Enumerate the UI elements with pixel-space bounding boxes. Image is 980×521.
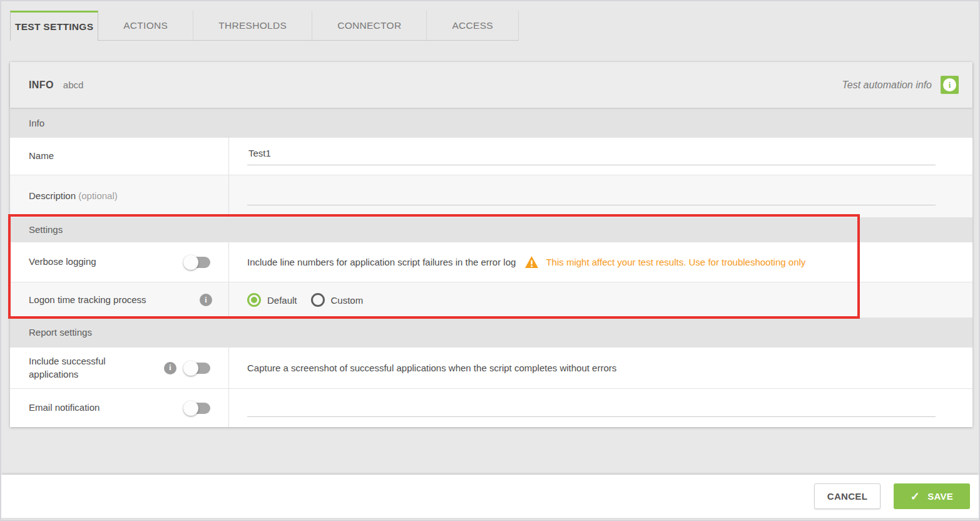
verbose-logging-warning: This might affect your test results. Use… xyxy=(546,257,805,267)
check-icon: ✓ xyxy=(911,490,920,503)
radio-default[interactable]: Default xyxy=(247,293,297,307)
verbose-logging-label: Verbose logging xyxy=(29,255,96,268)
section-heading-info: Info xyxy=(10,108,972,138)
save-button-label: SAVE xyxy=(927,491,953,502)
footer-bar: CANCEL ✓ SAVE xyxy=(1,475,979,518)
radio-custom[interactable]: Custom xyxy=(311,293,364,307)
test-automation-info-button[interactable]: i xyxy=(941,76,959,94)
test-automation-info-label: Test automation info xyxy=(842,80,932,91)
email-notification-input[interactable] xyxy=(247,400,936,417)
tab-thresholds[interactable]: THRESHOLDS xyxy=(193,11,312,40)
include-successful-description: Capture a screenshot of successful appli… xyxy=(247,363,616,373)
tab-test-settings[interactable]: TEST SETTINGS xyxy=(10,11,98,41)
include-successful-info-icon[interactable]: i xyxy=(164,362,176,374)
radio-default-label: Default xyxy=(267,295,297,306)
verbose-logging-description: Include line numbers for application scr… xyxy=(247,257,516,267)
section-heading-settings: Settings xyxy=(10,217,972,242)
test-settings-page: TEST SETTINGS ACTIONS THRESHOLDS CONNECT… xyxy=(0,0,980,521)
info-panel: INFO abcd Test automation info i Info Na… xyxy=(10,62,972,427)
include-successful-label: Include successful applications xyxy=(29,355,145,381)
tab-bar: TEST SETTINGS ACTIONS THRESHOLDS CONNECT… xyxy=(10,11,519,41)
panel-subtitle: abcd xyxy=(63,80,84,90)
tab-actions[interactable]: ACTIONS xyxy=(98,11,193,40)
logon-time-label: Logon time tracking process xyxy=(29,294,146,306)
include-successful-row: Include successful applications i Captur… xyxy=(10,347,972,388)
radio-custom-label: Custom xyxy=(331,295,364,306)
panel-title: INFO xyxy=(29,80,54,91)
description-row: Description (optional) xyxy=(10,175,972,217)
tab-access[interactable]: ACCESS xyxy=(427,11,519,40)
cancel-button[interactable]: CANCEL xyxy=(814,483,880,509)
email-notification-row: Email notification xyxy=(10,388,972,427)
name-row: Name xyxy=(10,138,972,175)
tab-connector[interactable]: CONNECTOR xyxy=(312,11,427,40)
description-label: Description (optional) xyxy=(29,190,118,202)
verbose-logging-toggle[interactable] xyxy=(183,254,212,271)
radio-custom-circle[interactable] xyxy=(311,293,325,307)
logon-time-info-icon[interactable]: i xyxy=(200,294,212,306)
name-label: Name xyxy=(29,150,54,162)
logon-time-radio-group: Default Custom xyxy=(247,293,377,307)
name-input[interactable] xyxy=(247,148,936,165)
include-successful-toggle[interactable] xyxy=(183,360,212,376)
section-heading-report: Report settings xyxy=(10,317,972,347)
info-panel-header: INFO abcd Test automation info i xyxy=(10,62,972,108)
warning-icon xyxy=(524,255,539,269)
verbose-logging-row: Verbose logging Include line numbers for… xyxy=(10,242,972,282)
email-notification-label: Email notification xyxy=(29,401,100,414)
info-icon: i xyxy=(943,78,956,91)
logon-time-row: Logon time tracking process i Default Cu… xyxy=(10,282,972,317)
radio-default-circle[interactable] xyxy=(247,293,261,307)
save-button[interactable]: ✓ SAVE xyxy=(894,483,970,509)
email-notification-toggle[interactable] xyxy=(183,400,212,416)
description-optional-hint: (optional) xyxy=(78,190,118,201)
description-input[interactable] xyxy=(247,188,936,205)
